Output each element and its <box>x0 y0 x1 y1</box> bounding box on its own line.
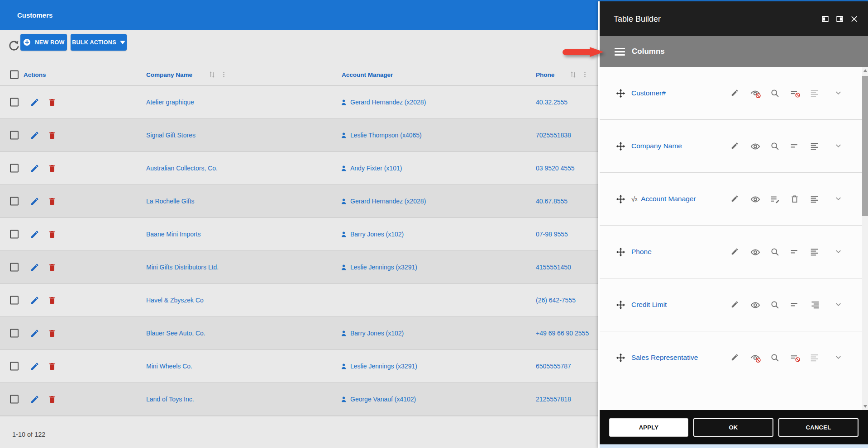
new-row-button[interactable]: NEW ROW <box>20 34 67 51</box>
edit-icon[interactable] <box>730 353 740 363</box>
column-label[interactable]: Account Manager <box>641 195 696 203</box>
edit-row-icon[interactable] <box>30 98 39 107</box>
column-label[interactable]: Company Name <box>631 142 682 150</box>
visibility-off-icon[interactable] <box>750 353 760 363</box>
delete-row-icon[interactable] <box>48 395 57 404</box>
align-left-icon[interactable] <box>810 141 820 151</box>
drag-move-icon[interactable] <box>616 300 625 310</box>
phone-cell[interactable]: 40.32.2555 <box>536 99 568 106</box>
row-checkbox[interactable] <box>10 197 19 206</box>
company-link[interactable]: Blauer See Auto, Co. <box>146 330 205 337</box>
manager-cell[interactable]: Andy Fixter (x101) <box>340 165 402 172</box>
company-link[interactable]: Mini Gifts Distributors Ltd. <box>146 264 219 271</box>
drag-move-icon[interactable] <box>616 353 625 363</box>
phone-cell[interactable]: 7025551838 <box>536 132 571 139</box>
chevron-down-icon[interactable] <box>834 300 844 310</box>
edit-icon[interactable] <box>730 247 740 257</box>
delete-row-icon[interactable] <box>48 164 57 173</box>
phone-cell[interactable]: 07-98 9555 <box>536 231 568 238</box>
ok-button[interactable]: OK <box>693 418 773 437</box>
phone-cell[interactable]: 40.67.8555 <box>536 198 568 205</box>
manager-cell[interactable]: Barry Jones (x102) <box>340 330 404 337</box>
drag-move-icon[interactable] <box>616 141 625 151</box>
edit-row-icon[interactable] <box>30 362 39 371</box>
column-label[interactable]: Phone <box>631 248 652 256</box>
chevron-down-icon[interactable] <box>834 194 844 204</box>
edit-icon[interactable] <box>730 89 740 98</box>
row-checkbox[interactable] <box>10 98 19 107</box>
company-link[interactable]: Land of Toys Inc. <box>146 396 194 403</box>
row-checkbox[interactable] <box>10 164 19 173</box>
phone-cell[interactable]: (26) 642-7555 <box>536 297 576 304</box>
delete-row-icon[interactable] <box>48 296 57 305</box>
drag-move-icon[interactable] <box>616 89 625 98</box>
column-label[interactable]: Sales Representative <box>631 354 698 362</box>
search-icon[interactable] <box>770 89 780 98</box>
company-link[interactable]: Atelier graphique <box>146 99 194 106</box>
edit-icon[interactable] <box>730 194 740 204</box>
edit-icon[interactable] <box>730 300 740 310</box>
select-all-checkbox[interactable] <box>10 70 19 79</box>
company-sort-controls[interactable] <box>208 71 227 78</box>
edit-row-icon[interactable] <box>30 230 39 239</box>
edit-row-icon[interactable] <box>30 263 39 272</box>
search-icon[interactable] <box>770 247 780 257</box>
drag-move-icon[interactable] <box>616 247 625 257</box>
bulk-actions-button[interactable]: BULK ACTIONS <box>71 34 127 51</box>
row-checkbox[interactable] <box>10 362 19 371</box>
panel-scrollbar[interactable] <box>862 67 868 410</box>
manager-cell[interactable]: Gerard Hernandez (x2028) <box>340 198 426 205</box>
company-link[interactable]: Signal Gift Stores <box>146 132 196 139</box>
manager-cell[interactable]: Leslie Jennings (x3291) <box>340 264 417 271</box>
edit-icon[interactable] <box>730 141 740 151</box>
delete-row-icon[interactable] <box>48 197 57 206</box>
visibility-off-icon[interactable] <box>750 89 760 98</box>
align-left-icon[interactable] <box>810 247 820 257</box>
dock-right-icon[interactable] <box>836 15 844 23</box>
edit-list-icon[interactable] <box>770 194 780 204</box>
chevron-down-icon[interactable] <box>834 353 844 363</box>
scroll-down-icon[interactable] <box>863 405 867 408</box>
delete-row-icon[interactable] <box>48 329 57 338</box>
company-link[interactable]: Australian Collectors, Co. <box>146 165 218 172</box>
edit-row-icon[interactable] <box>30 164 39 173</box>
company-link[interactable]: Baane Mini Imports <box>146 231 201 238</box>
company-link[interactable]: La Rochelle Gifts <box>146 198 195 205</box>
sort-lines-icon[interactable] <box>790 300 800 310</box>
column-label[interactable]: Credit Limit <box>631 301 667 309</box>
delete-outline-icon[interactable] <box>790 194 800 204</box>
align-muted-icon[interactable] <box>810 89 820 98</box>
phone-cell[interactable]: 03 9520 4555 <box>536 165 575 172</box>
dock-left-icon[interactable] <box>821 15 829 23</box>
refresh-icon[interactable] <box>8 39 20 52</box>
delete-row-icon[interactable] <box>48 263 57 272</box>
close-icon[interactable] <box>850 15 858 23</box>
align-muted-icon[interactable] <box>810 353 820 363</box>
cancel-button[interactable]: CANCEL <box>778 418 858 437</box>
columns-section-header[interactable]: Columns <box>600 36 868 67</box>
search-icon[interactable] <box>770 300 780 310</box>
manager-cell[interactable]: Leslie Thompson (x4065) <box>340 132 422 139</box>
search-icon[interactable] <box>770 353 780 363</box>
align-right-icon[interactable] <box>810 300 820 310</box>
company-link[interactable]: Havel & Zbyszek Co <box>146 297 204 304</box>
row-checkbox[interactable] <box>10 296 19 305</box>
visibility-icon[interactable] <box>750 194 760 204</box>
edit-row-icon[interactable] <box>30 395 39 404</box>
chevron-down-icon[interactable] <box>834 141 844 151</box>
sort-lines-icon[interactable] <box>790 141 800 151</box>
visibility-icon[interactable] <box>750 300 760 310</box>
search-icon[interactable] <box>770 141 780 151</box>
phone-cell[interactable]: 4155551450 <box>536 264 571 271</box>
align-left-icon[interactable] <box>810 194 820 204</box>
sort-lines-icon[interactable] <box>790 247 800 257</box>
drag-move-icon[interactable] <box>616 194 625 204</box>
delete-row-icon[interactable] <box>48 131 57 140</box>
delete-row-icon[interactable] <box>48 230 57 239</box>
phone-cell[interactable]: 6505555787 <box>536 363 571 370</box>
row-checkbox[interactable] <box>10 329 19 338</box>
chevron-down-icon[interactable] <box>834 89 844 98</box>
edit-row-icon[interactable] <box>30 296 39 305</box>
row-checkbox[interactable] <box>10 230 19 239</box>
visibility-icon[interactable] <box>750 141 760 151</box>
